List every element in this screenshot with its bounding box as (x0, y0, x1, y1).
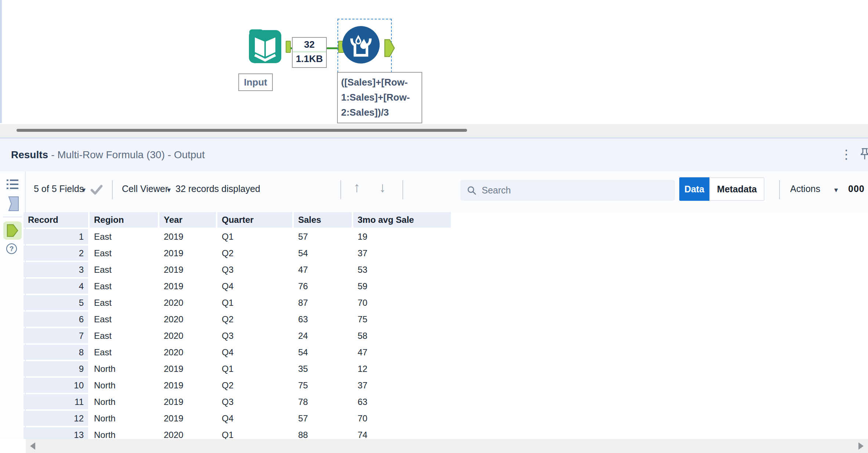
canvas-scrollbar-thumb[interactable] (17, 129, 467, 132)
scrollbar-left-arrow-icon[interactable] (30, 442, 35, 450)
data-cell[interactable]: Q2 (217, 246, 292, 261)
data-cell[interactable]: East (90, 345, 158, 360)
table-row[interactable]: 13North2020Q18874 (23, 427, 453, 439)
table-row[interactable]: 7East2020Q32458 (23, 328, 453, 343)
cell-viewer-label[interactable]: Cell Viewer (122, 184, 168, 194)
data-cell[interactable]: 47 (353, 345, 451, 360)
record-number-cell[interactable]: 3 (23, 262, 88, 277)
search-input[interactable] (482, 185, 665, 196)
data-cell[interactable]: 2019 (159, 378, 216, 393)
data-cell[interactable]: 2019 (159, 411, 216, 426)
data-cell[interactable]: 75 (353, 312, 451, 327)
connection-annotation[interactable]: 32 1.1KB (292, 37, 327, 68)
table-row[interactable]: 12North2019Q45770 (23, 411, 453, 426)
record-number-cell[interactable]: 5 (23, 295, 88, 310)
scrollbar-right-arrow-icon[interactable] (858, 442, 864, 450)
column-header[interactable]: Quarter (217, 212, 292, 228)
results-horizontal-scrollbar[interactable] (26, 439, 868, 453)
table-row[interactable]: 11North2019Q37863 (23, 394, 453, 409)
scroll-up-arrow-icon[interactable]: ↑ (353, 180, 360, 195)
scroll-down-arrow-icon[interactable]: ↓ (379, 180, 386, 195)
data-cell[interactable]: Q4 (217, 279, 292, 294)
table-row[interactable]: 6East2020Q26375 (23, 312, 453, 327)
data-cell[interactable]: 47 (294, 262, 352, 277)
pin-panel-icon[interactable] (860, 148, 868, 162)
table-row[interactable]: 2East2019Q25437 (23, 246, 453, 261)
data-cell[interactable]: 76 (294, 279, 352, 294)
data-cell[interactable]: 2019 (159, 229, 216, 244)
input-anchor-icon[interactable] (6, 196, 20, 212)
data-cell[interactable]: 59 (353, 279, 451, 294)
data-cell[interactable]: 35 (294, 361, 352, 376)
data-cell[interactable]: 2020 (159, 295, 216, 310)
data-cell[interactable]: 2020 (159, 427, 216, 439)
metadata-tab-button[interactable]: Metadata (709, 177, 764, 201)
data-cell[interactable]: East (90, 312, 158, 327)
record-number-cell[interactable]: 12 (23, 411, 88, 426)
input-tool-annotation[interactable]: Input (238, 73, 273, 91)
input-data-tool[interactable] (249, 26, 282, 64)
data-cell[interactable]: 70 (353, 295, 451, 310)
data-cell[interactable]: North (90, 361, 158, 376)
data-cell[interactable]: 87 (294, 295, 352, 310)
record-number-cell[interactable]: 2 (23, 246, 88, 261)
record-number-cell[interactable]: 4 (23, 279, 88, 294)
record-number-cell[interactable]: 11 (23, 394, 88, 409)
data-cell[interactable]: 2019 (159, 361, 216, 376)
data-cell[interactable]: Q3 (217, 394, 292, 409)
data-cell[interactable]: East (90, 262, 158, 277)
data-cell[interactable]: 54 (294, 345, 352, 360)
record-number-cell[interactable]: 6 (23, 312, 88, 327)
fields-summary-label[interactable]: 5 of 5 Fields (34, 184, 84, 194)
data-cell[interactable]: East (90, 246, 158, 261)
column-header[interactable]: Record (23, 212, 88, 228)
data-tab-button-active[interactable]: Data (679, 177, 709, 201)
record-number-cell[interactable]: 9 (23, 361, 88, 376)
data-cell[interactable]: 2020 (159, 328, 216, 343)
data-cell[interactable]: Q4 (217, 411, 292, 426)
cell-viewer-caret-icon[interactable]: ▾ (167, 185, 171, 194)
fields-dropdown-caret-icon[interactable]: ▾ (82, 185, 86, 194)
apply-checkmark-icon[interactable] (90, 185, 103, 195)
data-cell[interactable]: East (90, 229, 158, 244)
data-cell[interactable]: Q4 (217, 345, 292, 360)
data-cell[interactable]: Q2 (217, 378, 292, 393)
data-cell[interactable]: 63 (294, 312, 352, 327)
actions-menu-label[interactable]: Actions (790, 184, 820, 194)
data-cell[interactable]: 63 (353, 394, 451, 409)
data-cell[interactable]: Q1 (217, 427, 292, 439)
search-box[interactable] (460, 180, 675, 201)
data-cell[interactable]: 70 (353, 411, 451, 426)
output-anchor-button-selected[interactable] (3, 221, 22, 240)
multirow-output-anchor[interactable] (384, 39, 395, 57)
data-cell[interactable]: North (90, 411, 158, 426)
record-number-cell[interactable]: 8 (23, 345, 88, 360)
table-row[interactable]: 1East2019Q15719 (23, 229, 453, 244)
data-cell[interactable]: Q3 (217, 262, 292, 277)
data-cell[interactable]: 12 (353, 361, 451, 376)
workflow-canvas[interactable]: 32 1.1KB Input ([Sales]+[Row- 1:Sales]+[… (0, 0, 868, 139)
help-icon[interactable]: ? (6, 243, 17, 254)
kebab-menu-icon[interactable]: ⋮ (840, 147, 853, 162)
data-cell[interactable]: 58 (353, 328, 451, 343)
record-number-cell[interactable]: 13 (23, 427, 88, 439)
overflow-indicator[interactable]: 000 (848, 184, 865, 194)
record-number-cell[interactable]: 7 (23, 328, 88, 343)
data-cell[interactable]: 2020 (159, 312, 216, 327)
data-cell[interactable]: East (90, 279, 158, 294)
data-cell[interactable]: 37 (353, 378, 451, 393)
profile-list-icon[interactable] (7, 179, 18, 190)
data-cell[interactable]: 2019 (159, 246, 216, 261)
column-header[interactable]: 3mo avg Sale (353, 212, 451, 228)
table-row[interactable]: 9North2019Q13512 (23, 361, 453, 376)
table-row[interactable]: 10North2019Q27537 (23, 378, 453, 393)
data-cell[interactable]: North (90, 378, 158, 393)
data-cell[interactable]: 57 (294, 411, 352, 426)
canvas-horizontal-scrollbar[interactable] (0, 124, 868, 137)
data-cell[interactable]: 19 (353, 229, 451, 244)
record-number-cell[interactable]: 1 (23, 229, 88, 244)
data-cell[interactable]: 2019 (159, 279, 216, 294)
data-cell[interactable]: East (90, 295, 158, 310)
multi-row-formula-tool[interactable] (342, 26, 380, 64)
column-header[interactable]: Year (159, 212, 216, 228)
